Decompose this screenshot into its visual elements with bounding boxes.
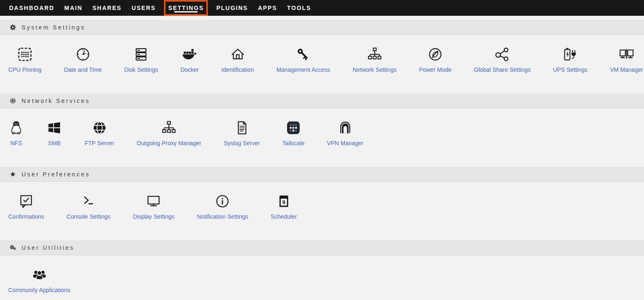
- monitor-icon: [146, 193, 161, 209]
- nav-item-apps[interactable]: APPS: [257, 0, 278, 16]
- setting-item-label: SMB: [48, 140, 61, 146]
- section-header: User Preferences: [0, 167, 644, 182]
- setting-scheduler[interactable]: 9 Scheduler: [271, 193, 297, 220]
- nav-item-main[interactable]: MAIN: [63, 0, 83, 16]
- leaf-circle-icon: [427, 46, 443, 62]
- sitemap-icon: [367, 46, 383, 62]
- setting-power-mode[interactable]: Power Mode: [419, 46, 452, 73]
- setting-item-label: Date and Time: [64, 66, 102, 73]
- setting-item-label: Network Settings: [353, 66, 397, 73]
- globe-solid-icon: [92, 120, 107, 136]
- setting-item-label: VPN Manager: [327, 140, 363, 146]
- section-title: User Utilities: [22, 244, 75, 251]
- setting-outgoing-proxy-manager[interactable]: Outgoing Proxy Manager: [137, 120, 201, 146]
- setting-ftp-server[interactable]: FTP Server: [85, 120, 114, 146]
- setting-item-label: Identification: [221, 66, 254, 73]
- nav-item-plugins[interactable]: PLUGINS: [215, 0, 249, 16]
- section-title: User Preferences: [22, 171, 90, 178]
- gear-icon: [9, 24, 17, 31]
- setting-vpn-manager[interactable]: VPN Manager: [327, 120, 363, 146]
- setting-disk-settings[interactable]: Disk Settings: [124, 46, 158, 73]
- setting-console-settings[interactable]: Console Settings: [66, 193, 110, 220]
- vpn-hood-icon: [337, 120, 353, 136]
- section-content: Community Applications: [0, 255, 644, 300]
- setting-item-label: Power Mode: [419, 66, 452, 73]
- setting-item-label: Display Settings: [133, 213, 174, 220]
- tailscale-icon: [285, 120, 301, 136]
- setting-item-label: Docker: [181, 66, 199, 73]
- setting-item-label: UPS Settings: [553, 66, 587, 73]
- star-icon: [9, 171, 17, 178]
- section-content: CPU Pinning Date and Time Disk Settings …: [0, 35, 644, 93]
- setting-item-label: Console Settings: [66, 213, 110, 220]
- setting-identification[interactable]: Identification: [221, 46, 254, 73]
- setting-item-label: Community Applications: [8, 287, 70, 293]
- home-icon: [230, 46, 246, 62]
- section-content: Confirmations Console Settings Display S…: [0, 182, 644, 240]
- log-file-icon: [234, 120, 250, 136]
- section-network-services: Network Services NFS SMB FTP Server Outg…: [0, 93, 644, 167]
- setting-item-label: Syslog Server: [224, 140, 260, 146]
- dual-monitor-icon: [619, 46, 634, 62]
- setting-tailscale[interactable]: Tailscale: [282, 120, 305, 146]
- setting-item-label: Confirmations: [8, 213, 44, 220]
- nav-item-tools[interactable]: TOOLS: [286, 0, 312, 16]
- nav-item-users[interactable]: USERS: [131, 0, 156, 16]
- setting-syslog-server[interactable]: Syslog Server: [224, 120, 260, 146]
- tux-penguin-icon: [8, 120, 24, 136]
- globe-icon: [9, 97, 17, 105]
- setting-nfs[interactable]: NFS: [8, 120, 24, 146]
- setting-ups-settings[interactable]: UPS Settings: [553, 46, 587, 73]
- setting-confirmations[interactable]: Confirmations: [8, 193, 44, 220]
- clock-icon: [75, 46, 91, 62]
- setting-network-settings[interactable]: Network Settings: [353, 46, 397, 73]
- setting-vm-manager[interactable]: VM Manager: [610, 46, 643, 73]
- section-title: System Settings: [22, 24, 85, 31]
- section-user-preferences: User Preferences Confirmations Console S…: [0, 167, 644, 240]
- setting-item-label: VM Manager: [610, 66, 643, 73]
- section-system-settings: System Settings CPU Pinning Date and Tim…: [0, 20, 644, 93]
- setting-item-label: Notification Settings: [197, 213, 249, 220]
- setting-item-label: Outgoing Proxy Manager: [137, 140, 201, 146]
- setting-item-label: NFS: [10, 140, 22, 146]
- setting-item-label: Disk Settings: [124, 66, 158, 73]
- section-header: Network Services: [0, 93, 644, 108]
- server-stack-icon: [133, 46, 149, 62]
- users-group-icon: [32, 267, 47, 283]
- sitemap-icon: [161, 120, 177, 136]
- setting-item-label: Management Access: [276, 66, 330, 73]
- terminal-icon: [80, 193, 96, 209]
- setting-community-applications[interactable]: Community Applications: [8, 267, 70, 293]
- setting-item-label: Scheduler: [271, 213, 297, 220]
- nav-gap: [0, 16, 644, 20]
- setting-date-and-time[interactable]: Date and Time: [64, 46, 102, 73]
- docker-whale-icon: [182, 46, 198, 62]
- battery-plug-icon: [562, 46, 578, 62]
- setting-cpu-pinning[interactable]: CPU Pinning: [8, 46, 41, 73]
- windows-icon: [46, 120, 62, 136]
- svg-text:9: 9: [282, 199, 285, 205]
- setting-display-settings[interactable]: Display Settings: [133, 193, 174, 220]
- settings-page: System Settings CPU Pinning Date and Tim…: [0, 20, 644, 300]
- setting-docker[interactable]: Docker: [181, 46, 199, 73]
- section-header: User Utilities: [0, 240, 644, 255]
- setting-item-label: CPU Pinning: [8, 66, 41, 73]
- nav-item-settings[interactable]: SETTINGS: [164, 0, 208, 16]
- setting-item-label: FTP Server: [85, 140, 114, 146]
- top-navbar: DASHBOARD MAIN SHARES USERS SETTINGS PLU…: [0, 0, 644, 16]
- share-nodes-icon: [494, 46, 510, 62]
- setting-management-access[interactable]: Management Access: [276, 46, 330, 73]
- setting-notification-settings[interactable]: Notification Settings: [197, 193, 249, 220]
- info-circle-icon: [215, 193, 230, 209]
- section-content: NFS SMB FTP Server Outgoing Proxy Manage…: [0, 108, 644, 167]
- setting-smb[interactable]: SMB: [46, 120, 62, 146]
- section-header: System Settings: [0, 20, 644, 35]
- nav-item-shares[interactable]: SHARES: [92, 0, 122, 16]
- setting-global-share-settings[interactable]: Global Share Settings: [474, 46, 530, 73]
- nav-item-dashboard[interactable]: DASHBOARD: [8, 0, 55, 16]
- calendar-icon: 9: [276, 193, 292, 209]
- setting-item-label: Global Share Settings: [474, 66, 530, 73]
- section-user-utilities: User Utilities Community Applications: [0, 240, 644, 300]
- gears-icon: [9, 244, 17, 251]
- setting-item-label: Tailscale: [282, 140, 305, 146]
